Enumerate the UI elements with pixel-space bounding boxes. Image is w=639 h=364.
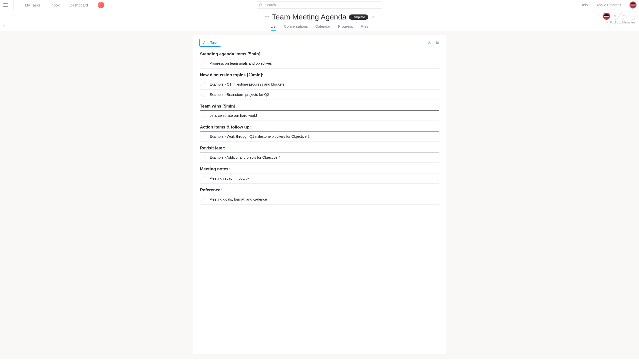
section: Revisit later:Example - Additional proje… xyxy=(200,142,439,163)
divider xyxy=(14,0,14,10)
search-bar[interactable] xyxy=(255,1,384,9)
svg-point-9 xyxy=(437,43,437,44)
sidebar-collapse-button[interactable] xyxy=(2,24,6,27)
section-header[interactable]: Reference: xyxy=(200,184,439,194)
section: Meeting notes:Meeting recap mm/dd/yy xyxy=(200,163,439,184)
user-avatar[interactable] xyxy=(629,2,636,8)
task-row[interactable]: Meeting recap mm/dd/yy xyxy=(200,174,439,184)
section: Team wins [5min]:Let's celebrate our har… xyxy=(200,100,439,121)
task-title: Example - Work through Q1 milestone bloc… xyxy=(209,134,310,138)
task-title: Meeting recap mm/dd/yy xyxy=(209,176,249,180)
project-header: Team Meeting Agenda Template Public to M… xyxy=(0,10,639,31)
task-row[interactable]: Progress on team goals and objectives xyxy=(200,58,439,68)
task-row[interactable]: Meeting goals, format, and cadence xyxy=(200,194,439,204)
check-icon xyxy=(201,83,204,86)
task-row[interactable]: Example - Q1 milestone progress and bloc… xyxy=(200,79,439,90)
tab-conversations[interactable]: Conversations xyxy=(284,23,308,31)
quick-add-button[interactable] xyxy=(98,2,104,8)
task-row[interactable]: Example - Work through Q1 milestone bloc… xyxy=(200,132,439,142)
add-member-button[interactable] xyxy=(628,13,635,20)
project-actions-dropdown[interactable] xyxy=(371,16,374,18)
svg-point-5 xyxy=(607,22,608,23)
member-placeholder[interactable] xyxy=(620,13,627,20)
member-placeholder[interactable] xyxy=(611,13,618,20)
complete-task-checkbox[interactable] xyxy=(200,61,205,66)
section: Reference:Meeting goals, format, and cad… xyxy=(200,184,439,204)
section: New discussion topics [20min]:Example - … xyxy=(200,68,439,100)
project-title-row: Team Meeting Agenda Template xyxy=(0,13,639,21)
task-row[interactable]: Example - Additional projects for Object… xyxy=(200,152,439,163)
help-label: Help xyxy=(580,3,588,7)
tab-files[interactable]: Files xyxy=(360,23,368,31)
people-icon xyxy=(622,14,625,18)
svg-point-1 xyxy=(614,15,615,16)
section: Action items & follow up:Example - Work … xyxy=(200,121,439,142)
check-icon xyxy=(201,135,204,138)
privacy-label: Public to Managers xyxy=(610,21,635,24)
assignee-filter-icon[interactable] xyxy=(427,40,432,45)
complete-task-checkbox[interactable] xyxy=(200,82,205,87)
content-area: Add Task Standing agenda items [5min]:Pr… xyxy=(0,31,639,359)
plus-icon xyxy=(630,15,633,18)
complete-task-checkbox[interactable] xyxy=(200,92,205,97)
section-header[interactable]: Revisit later: xyxy=(200,142,439,152)
chevron-right-icon xyxy=(436,135,438,138)
task-list-panel: Add Task Standing agenda items [5min]:Pr… xyxy=(192,35,447,354)
search-input[interactable] xyxy=(265,3,380,7)
tab-progress[interactable]: Progress xyxy=(338,23,353,31)
member-avatars-row xyxy=(603,13,635,20)
menu-toggle-button[interactable] xyxy=(3,2,9,8)
person-icon xyxy=(613,14,617,18)
toolbar-right xyxy=(427,40,440,45)
svg-point-6 xyxy=(429,42,430,43)
nav-dashboard[interactable]: Dashboard xyxy=(65,3,93,7)
check-icon xyxy=(201,156,204,159)
complete-task-checkbox[interactable] xyxy=(200,196,205,202)
tab-calendar[interactable]: Calendar xyxy=(315,23,330,31)
complete-task-checkbox[interactable] xyxy=(200,176,205,181)
svg-point-7 xyxy=(436,42,437,42)
project-privacy[interactable]: Public to Managers xyxy=(605,21,635,24)
section-header[interactable]: Standing agenda items [5min]: xyxy=(200,50,439,58)
tab-list[interactable]: List xyxy=(271,23,276,31)
check-icon xyxy=(201,198,204,201)
nav-inbox[interactable]: Inbox xyxy=(46,3,65,7)
section: Standing agenda items [5min]:Progress on… xyxy=(200,50,439,68)
task-title: Example - Additional projects for Object… xyxy=(209,156,281,160)
chevron-right-icon xyxy=(436,114,438,117)
nav-my-tasks[interactable]: My Tasks xyxy=(20,3,46,7)
search-container xyxy=(255,1,384,9)
member-avatar[interactable] xyxy=(603,13,610,20)
task-title: Meeting goals, format, and cadence xyxy=(209,197,267,201)
chevron-right-icon xyxy=(436,198,438,200)
project-members: Public to Managers xyxy=(603,13,635,24)
task-title: Example - Q1 milestone progress and bloc… xyxy=(209,82,285,86)
plus-icon xyxy=(100,4,103,6)
section-header[interactable]: Team wins [5min]: xyxy=(200,100,439,110)
filter-settings-icon[interactable] xyxy=(435,40,440,45)
sections-container: Standing agenda items [5min]:Progress on… xyxy=(192,50,447,214)
chevron-right-icon xyxy=(436,93,438,96)
list-toolbar: Add Task xyxy=(192,35,447,50)
svg-point-2 xyxy=(623,16,624,16)
complete-task-checkbox[interactable] xyxy=(200,155,205,160)
complete-task-checkbox[interactable] xyxy=(200,113,205,118)
chevron-right-icon xyxy=(436,177,438,180)
task-row[interactable]: Let's celebrate our hard work! xyxy=(200,110,439,121)
help-menu[interactable]: Help xyxy=(580,3,591,7)
template-badge: Template xyxy=(349,14,368,20)
chevron-right-icon xyxy=(436,156,438,159)
add-task-button[interactable]: Add Task xyxy=(199,39,221,47)
task-row[interactable]: Example - Brainstorm projects for Q2 xyxy=(200,90,439,100)
favorite-star-icon[interactable] xyxy=(265,15,269,19)
svg-point-4 xyxy=(606,22,607,23)
section-header[interactable]: New discussion topics [20min]: xyxy=(200,68,439,79)
complete-task-checkbox[interactable] xyxy=(200,134,205,139)
task-title: Progress on team goals and objectives xyxy=(209,61,272,65)
section-header[interactable]: Action items & follow up: xyxy=(200,121,439,132)
section-header[interactable]: Meeting notes: xyxy=(200,163,439,174)
topbar-right: Help Apollo Enterpris... xyxy=(580,2,636,8)
org-switcher[interactable]: Apollo Enterpris... xyxy=(596,3,624,7)
search-icon xyxy=(259,3,262,7)
check-icon xyxy=(201,62,204,65)
